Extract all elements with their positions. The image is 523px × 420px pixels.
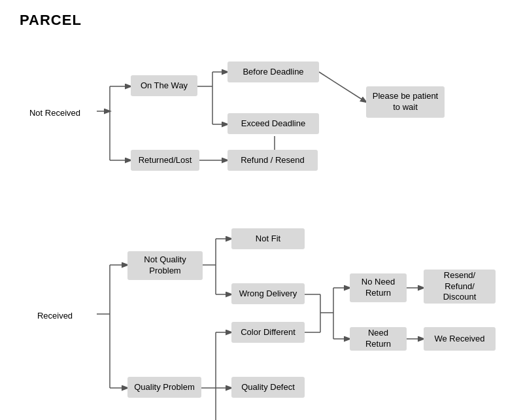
returned-lost-node: Returned/Lost [131, 150, 199, 171]
please-wait-node: Please be patient to wait [366, 86, 445, 118]
quality-defect-node: Quality Defect [231, 377, 305, 398]
we-received-node: We Received [424, 327, 496, 351]
not-quality-node: Not Quality Problem [127, 251, 203, 280]
svg-line-8 [319, 72, 366, 102]
page-title: PARCEL [20, 12, 82, 29]
color-different-node: Color Different [231, 322, 305, 343]
received-node: Received [13, 306, 97, 324]
quality-problem-node: Quality Problem [127, 377, 201, 398]
exceed-deadline-node: Exceed Deadline [228, 113, 319, 134]
before-deadline-node: Before Deadline [228, 61, 319, 82]
need-return-node: Need Return [350, 327, 407, 351]
not-fit-node: Not Fit [231, 228, 305, 249]
on-the-way-node: On The Way [131, 75, 197, 96]
not-received-node: Not Received [13, 103, 97, 122]
no-need-return-node: No Need Return [350, 273, 407, 302]
refund-resend-node: Refund / Resend [228, 150, 318, 171]
resend-refund-discount-node: Resend/ Refund/ Discount [424, 270, 496, 304]
wrong-delivery-node: Wrong Delivery [231, 283, 305, 304]
